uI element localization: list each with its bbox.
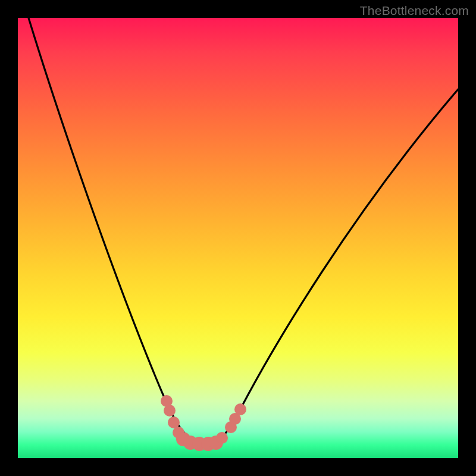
plot-area (18, 18, 458, 458)
curve-marker (216, 432, 228, 444)
curve-marker (164, 405, 176, 416)
curve-marker (234, 403, 246, 415)
chart-frame: TheBottleneck.com (0, 0, 476, 476)
watermark-text: TheBottleneck.com (360, 4, 469, 18)
curve-marker (168, 416, 180, 428)
bottleneck-curve (29, 18, 458, 444)
marker-group (161, 395, 246, 451)
curve-layer (18, 18, 458, 458)
